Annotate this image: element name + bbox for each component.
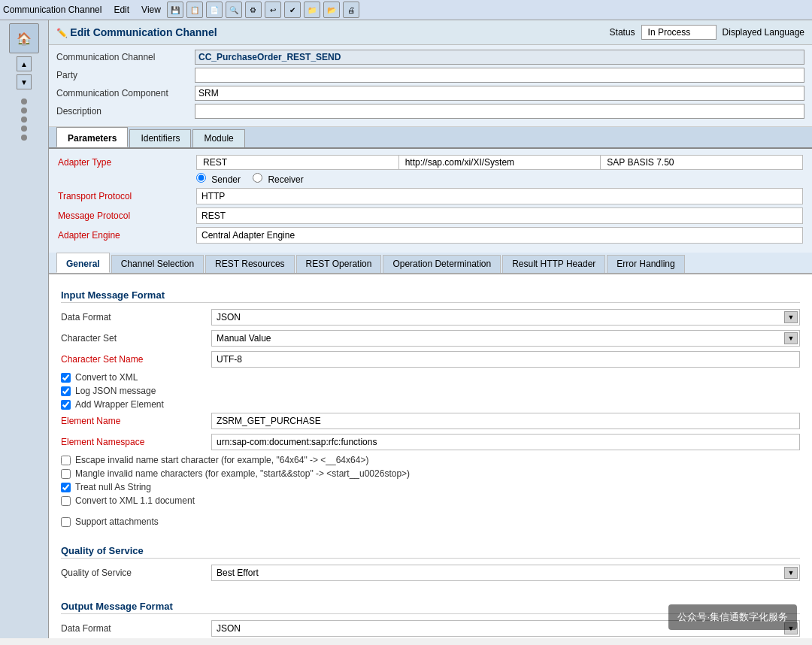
- data-format-dropdown-btn[interactable]: ▼: [784, 311, 798, 323]
- tab2-channel-selection[interactable]: Channel Selection: [111, 255, 204, 273]
- tab2-rest-operation[interactable]: REST Operation: [296, 255, 382, 273]
- convert-to-xml-checkbox[interactable]: [61, 373, 71, 383]
- quality-of-service-dropdown-btn[interactable]: ▼: [784, 567, 798, 579]
- output-data-format-value: JSON ▼: [211, 620, 800, 637]
- output-data-format-dropdown-btn[interactable]: ▼: [784, 622, 798, 634]
- comm-component-input[interactable]: [195, 86, 804, 101]
- adapter-type-row: Adapter Type REST http://sap.com/xi/XI/S…: [58, 155, 803, 170]
- tabs-row-1: Parameters Identifiers Module: [49, 127, 812, 149]
- comm-channel-row: Communication Channel: [56, 50, 804, 65]
- adapter-engine-row: Adapter Engine Central Adapter Engine: [58, 227, 803, 244]
- convert-xml11-checkbox[interactable]: [61, 496, 71, 506]
- quality-of-service-row: Quality of Service Best Effort ▼: [61, 565, 800, 581]
- toolbar-icon-9[interactable]: 📂: [323, 2, 340, 18]
- toolbar-icons: 💾 📋 📄 🔍 ⚙ ↩ ✔ 📁 📂 🖨: [167, 2, 359, 18]
- mangle-invalid-row: Mangle invalid name characters (for exam…: [61, 468, 800, 479]
- direction-row: Sender Receiver: [58, 173, 803, 185]
- tab-parameters[interactable]: Parameters: [56, 127, 128, 147]
- comm-component-label: Communication Component: [56, 88, 192, 98]
- adapter-engine-value: Central Adapter Engine: [196, 227, 803, 244]
- mangle-invalid-checkbox[interactable]: [61, 469, 71, 479]
- sender-radio[interactable]: [196, 173, 206, 183]
- adapter-type-label: Adapter Type: [58, 157, 193, 168]
- menu-edit[interactable]: Edit: [114, 5, 129, 15]
- party-row: Party: [56, 68, 804, 83]
- output-message-format-title: Output Message Format: [61, 601, 800, 614]
- escape-invalid-checkbox[interactable]: [61, 456, 71, 465]
- tabs-row-2: General Channel Selection REST Resources…: [49, 253, 812, 274]
- log-json-label: Log JSON message: [75, 386, 156, 396]
- character-set-name-row: Character Set Name: [61, 351, 800, 368]
- scroll-up-btn[interactable]: ▲: [17, 56, 32, 71]
- toolbar-icon-5[interactable]: ⚙: [245, 2, 262, 18]
- support-attachments-label: Support attachments: [75, 516, 159, 527]
- toolbar-icon-6[interactable]: ↩: [265, 2, 281, 18]
- edit-title: ✏️ Edit Communication Channel: [56, 26, 217, 38]
- element-name-label: Element Name: [61, 416, 211, 426]
- mangle-invalid-label: Mangle invalid name characters (for exam…: [75, 468, 410, 479]
- sender-option[interactable]: Sender: [196, 173, 241, 185]
- data-format-label: Data Format: [61, 312, 211, 322]
- tab2-error-handling[interactable]: Error Handling: [607, 255, 684, 273]
- party-input[interactable]: [195, 68, 804, 83]
- toolbar-icon-3[interactable]: 📄: [206, 2, 223, 18]
- toolbar-icon-8[interactable]: 📁: [304, 2, 320, 18]
- character-set-dropdown-btn[interactable]: ▼: [784, 332, 798, 344]
- status-label: Status: [610, 27, 635, 38]
- comm-channel-label: Communication Channel: [56, 52, 192, 62]
- message-protocol-value: REST: [196, 207, 803, 224]
- receiver-option[interactable]: Receiver: [253, 173, 304, 185]
- character-set-name-input[interactable]: [211, 351, 800, 368]
- description-label: Description: [56, 106, 192, 117]
- adapter-engine-label: Adapter Engine: [58, 230, 193, 241]
- menu-communication-channel[interactable]: Communication Channel: [3, 5, 102, 15]
- element-name-input[interactable]: [211, 413, 800, 429]
- add-wrapper-row: Add Wrapper Element: [61, 399, 800, 410]
- transport-protocol-row: Transport Protocol HTTP: [58, 188, 803, 204]
- treat-null-checkbox[interactable]: [61, 483, 71, 492]
- tab2-operation-determination[interactable]: Operation Determination: [383, 255, 501, 273]
- tab2-result-http-header[interactable]: Result HTTP Header: [502, 255, 605, 273]
- escape-invalid-row: Escape invalid name start character (for…: [61, 455, 800, 465]
- toolbar-icon-1[interactable]: 💾: [167, 2, 183, 18]
- character-set-row: Character Set Manual Value ▼: [61, 330, 800, 347]
- toolbar-icon-4[interactable]: 🔍: [226, 2, 242, 18]
- comm-channel-input[interactable]: [195, 50, 804, 65]
- add-wrapper-label: Add Wrapper Element: [75, 399, 164, 410]
- output-data-format-row: Data Format JSON ▼: [61, 620, 800, 637]
- data-format-value: JSON ▼: [211, 309, 800, 326]
- transport-protocol-label: Transport Protocol: [58, 191, 193, 201]
- comm-component-row: Communication Component: [56, 86, 804, 101]
- adapter-type-values: REST http://sap.com/xi/XI/System SAP BAS…: [196, 155, 803, 170]
- add-wrapper-checkbox[interactable]: [61, 400, 71, 410]
- menu-view[interactable]: View: [141, 5, 161, 15]
- parameters-section: Adapter Type REST http://sap.com/xi/XI/S…: [49, 149, 812, 253]
- nav-home-btn[interactable]: 🏠: [9, 23, 39, 53]
- tab-module[interactable]: Module: [192, 129, 244, 147]
- element-namespace-label: Element Namespace: [61, 437, 211, 447]
- form-section: Communication Channel Party Communicatio…: [49, 45, 812, 127]
- transport-protocol-value: HTTP: [196, 188, 803, 204]
- left-nav: 🏠 ▲ ▼: [0, 20, 49, 638]
- output-data-format-label: Data Format: [61, 623, 211, 634]
- element-namespace-input[interactable]: [211, 434, 800, 450]
- receiver-radio[interactable]: [253, 173, 262, 183]
- toolbar: Communication Channel Edit View 💾 📋 📄 🔍 …: [0, 0, 812, 20]
- support-attachments-checkbox[interactable]: [61, 517, 71, 527]
- description-input[interactable]: [195, 104, 804, 119]
- log-json-checkbox[interactable]: [61, 386, 71, 396]
- tab-identifiers[interactable]: Identifiers: [129, 129, 191, 147]
- toolbar-icon-2[interactable]: 📋: [186, 2, 203, 18]
- tab2-general[interactable]: General: [56, 253, 110, 273]
- menu-bar: Communication Channel Edit View: [3, 5, 161, 15]
- treat-null-row: Treat null As String: [61, 482, 800, 492]
- scroll-down-btn[interactable]: ▼: [17, 74, 32, 89]
- tab2-rest-resources[interactable]: REST Resources: [205, 255, 294, 273]
- character-set-name-label: Character Set Name: [61, 354, 211, 365]
- toolbar-icon-7[interactable]: ✔: [284, 2, 301, 18]
- main-layout: 🏠 ▲ ▼ ✏️ Edit Communication Channel Stat…: [0, 20, 812, 638]
- support-attachments-row: Support attachments: [61, 516, 800, 527]
- toolbar-icon-10[interactable]: 🖨: [343, 2, 359, 18]
- adapter-type-val1: REST: [197, 156, 399, 169]
- convert-to-xml-row: Convert to XML: [61, 372, 800, 383]
